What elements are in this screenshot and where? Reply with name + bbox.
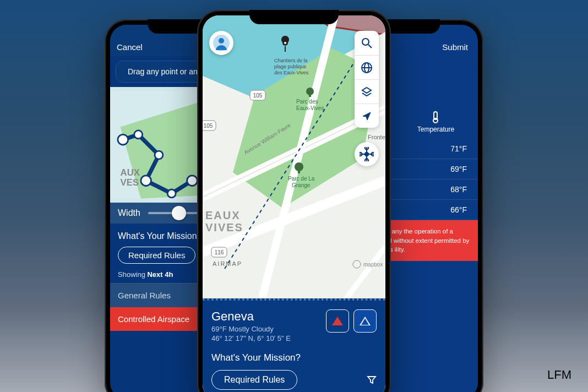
svg-text:des Eaux-Vives: des Eaux-Vives — [274, 70, 309, 75]
required-rules-pill-left[interactable]: Required Rules — [118, 247, 195, 264]
layers-icon — [361, 86, 373, 98]
svg-point-6 — [167, 189, 176, 198]
map-tools — [355, 31, 379, 128]
filter-icon[interactable] — [367, 375, 377, 385]
frontenex-label: Fronten — [368, 134, 385, 140]
cancel-button[interactable]: Cancel — [117, 42, 143, 52]
svg-text:Grange: Grange — [292, 182, 311, 188]
svg-point-44 — [219, 38, 224, 43]
globe-icon — [361, 62, 373, 74]
svg-point-45 — [362, 39, 369, 45]
watermark: LFM — [547, 368, 571, 382]
svg-line-46 — [368, 45, 372, 48]
mission-question: What's Your Mission? — [211, 352, 377, 363]
svg-marker-58 — [332, 317, 343, 325]
svg-rect-57 — [364, 152, 369, 156]
mapbox-attribution: mapbox — [363, 262, 383, 268]
svg-text:105: 105 — [204, 123, 213, 129]
required-rules-pill[interactable]: Required Rules — [211, 370, 297, 390]
coordinates: 46° 12' 17" N, 6° 10' 5" E — [211, 334, 291, 342]
city-name: Geneva — [211, 309, 291, 324]
svg-rect-32 — [309, 92, 311, 97]
weather-summary: 69°F Mostly Cloudy — [211, 325, 291, 333]
poi-label: Chantiers de la — [274, 58, 308, 63]
svg-point-4 — [155, 151, 163, 159]
notch — [249, 10, 339, 24]
search-button[interactable] — [355, 31, 379, 55]
park-label: Parc des — [296, 99, 318, 105]
advisory-warning-badge[interactable] — [326, 309, 349, 333]
info-triangle-icon — [359, 315, 371, 326]
bottom-panel: Geneva 69°F Mostly Cloudy 46° 12' 17" N,… — [203, 298, 385, 392]
drone-button[interactable] — [355, 142, 379, 166]
width-label: Width — [118, 208, 140, 218]
svg-text:plage publique: plage publique — [274, 64, 307, 69]
svg-text:105: 105 — [253, 92, 263, 99]
temperature-col: Temperature — [417, 126, 454, 133]
width-slider-thumb[interactable] — [172, 206, 186, 220]
search-icon — [361, 37, 373, 49]
park-label-2: Parc de La — [288, 176, 315, 182]
svg-text:Eaux-Vives: Eaux-Vives — [296, 105, 324, 111]
svg-text:116: 116 — [215, 249, 224, 255]
globe-button[interactable] — [355, 55, 379, 79]
svg-point-3 — [134, 130, 143, 139]
svg-rect-34 — [298, 168, 300, 173]
airmap-brand: AIRMAP — [213, 260, 242, 267]
user-icon — [213, 35, 230, 51]
submit-button[interactable]: Submit — [442, 42, 468, 52]
phone-center: 105 105 116 Chantiers de la plage publiq… — [197, 10, 391, 392]
profile-button[interactable] — [209, 31, 233, 55]
svg-point-5 — [141, 176, 151, 186]
neighborhood-label: EAUX — [205, 209, 241, 221]
temperature-icon — [431, 111, 440, 123]
svg-point-2 — [118, 135, 128, 145]
layers-button[interactable] — [355, 79, 379, 104]
drone-icon — [360, 147, 374, 161]
svg-point-7 — [187, 176, 198, 186]
svg-text:AUX: AUX — [121, 167, 140, 178]
location-arrow-icon — [361, 111, 372, 122]
svg-text:VIVES: VIVES — [205, 221, 243, 233]
svg-marker-50 — [362, 88, 371, 93]
svg-point-36 — [284, 42, 286, 44]
warning-triangle-icon — [331, 315, 344, 326]
locate-button[interactable] — [355, 104, 379, 128]
svg-text:VES: VES — [121, 178, 139, 188]
advisory-info-badge[interactable] — [353, 309, 377, 333]
